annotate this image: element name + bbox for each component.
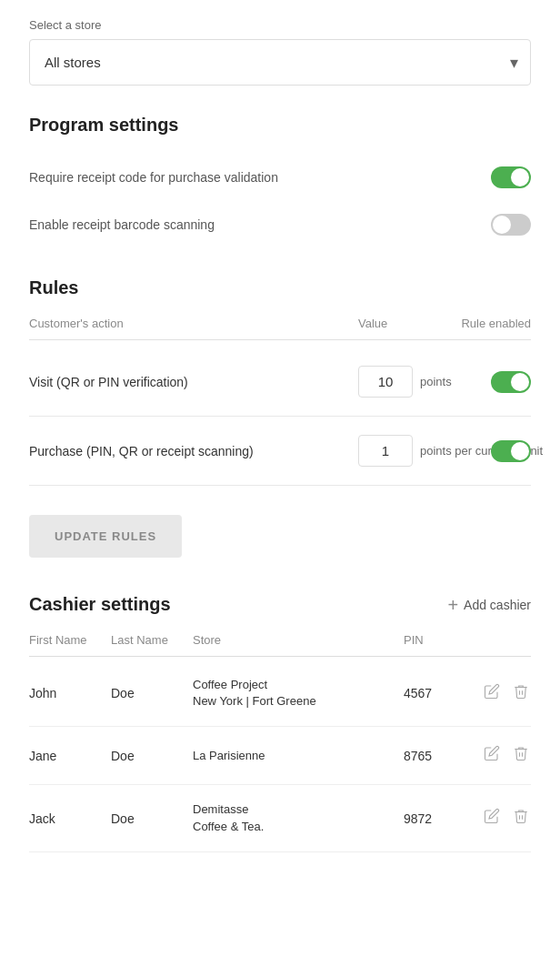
rule-input-purchase[interactable]	[358, 435, 413, 467]
rule-action-purchase: Purchase (PIN, QR or receipt scanning)	[29, 444, 358, 458]
add-cashier-button[interactable]: + Add cashier	[447, 596, 531, 614]
cashier-table-header: First Name Last Name Store PIN	[29, 633, 531, 657]
update-rules-button[interactable]: UPDATE RULES	[29, 515, 182, 558]
cashier-settings-section: Cashier settings + Add cashier First Nam…	[29, 594, 531, 852]
setting-row-receipt-code: Require receipt code for purchase valida…	[29, 154, 531, 201]
cashier-pin-2: 8765	[404, 749, 467, 763]
cashier-store-1: Coffee Project New York | Fort Greene	[193, 677, 404, 710]
cashier-col-last-name: Last Name	[111, 633, 193, 647]
store-label: Select a store	[29, 18, 531, 32]
cashier-ln-1: Doe	[111, 686, 193, 700]
toggle-slider-receipt-code	[491, 166, 531, 188]
cashier-settings-title: Cashier settings	[29, 594, 171, 615]
rules-col-action: Customer's action	[29, 317, 358, 330]
setting-row-barcode: Enable receipt barcode scanning	[29, 201, 531, 248]
edit-icon-3	[484, 808, 500, 824]
cashier-delete-button-3[interactable]	[511, 806, 531, 831]
rule-enabled-purchase	[449, 440, 531, 462]
edit-icon-2	[484, 745, 500, 761]
toggle-rule-purchase[interactable]	[491, 440, 531, 462]
rule-enabled-visit	[449, 371, 531, 393]
store-select-wrapper: All stores Coffee Project New York | For…	[29, 39, 531, 86]
plus-icon: +	[447, 596, 458, 614]
cashier-row-1: John Doe Coffee Project New York | Fort …	[29, 660, 531, 727]
rules-table-header: Customer's action Value Rule enabled	[29, 317, 531, 340]
rules-section: Rules Customer's action Value Rule enabl…	[29, 277, 531, 486]
toggle-slider-barcode	[491, 214, 531, 236]
cashier-edit-button-1[interactable]	[482, 681, 502, 706]
cashier-actions-2	[467, 743, 531, 768]
rule-row-purchase: Purchase (PIN, QR or receipt scanning) p…	[29, 417, 531, 486]
toggle-rule-visit[interactable]	[491, 371, 531, 393]
rule-unit-visit: points	[420, 375, 452, 388]
cashier-actions-3	[467, 806, 531, 831]
rule-row-visit: Visit (QR or PIN verification) points	[29, 347, 531, 417]
toggle-barcode[interactable]	[491, 214, 531, 236]
program-settings-title: Program settings	[29, 115, 531, 136]
cashier-pin-3: 9872	[404, 811, 467, 826]
toggle-slider-purchase	[491, 440, 531, 462]
cashier-row-2: Jane Doe La Parisienne 8765	[29, 727, 531, 785]
cashier-delete-button-1[interactable]	[511, 681, 531, 706]
cashier-row-3: Jack Doe Demitasse Coffee & Tea. 9872	[29, 785, 531, 851]
cashier-edit-button-2[interactable]	[482, 743, 502, 768]
cashier-col-first-name: First Name	[29, 633, 111, 647]
setting-label-receipt-code: Require receipt code for purchase valida…	[29, 170, 278, 185]
cashier-delete-button-2[interactable]	[511, 743, 531, 768]
toggle-receipt-code[interactable]	[491, 166, 531, 188]
program-settings-section: Program settings Require receipt code fo…	[29, 115, 531, 248]
cashier-fn-3: Jack	[29, 811, 111, 826]
cashier-store-3: Demitasse Coffee & Tea.	[193, 801, 404, 834]
trash-icon-3	[513, 808, 529, 824]
store-select[interactable]: All stores Coffee Project New York | For…	[29, 39, 531, 86]
rule-input-visit[interactable]	[358, 366, 413, 398]
cashier-ln-2: Doe	[111, 749, 193, 763]
cashier-store-2: La Parisienne	[193, 748, 404, 764]
trash-icon-1	[513, 683, 529, 700]
cashier-actions-1	[467, 681, 531, 706]
cashier-ln-3: Doe	[111, 811, 193, 826]
setting-label-barcode: Enable receipt barcode scanning	[29, 217, 215, 232]
cashier-fn-1: John	[29, 686, 111, 700]
rule-value-visit-wrapper: points	[358, 366, 449, 398]
cashier-edit-button-3[interactable]	[482, 806, 502, 831]
cashier-col-store: Store	[193, 633, 404, 647]
rules-title: Rules	[29, 277, 531, 298]
cashier-fn-2: Jane	[29, 749, 111, 763]
cashier-header-row: Cashier settings + Add cashier	[29, 594, 531, 615]
edit-icon-1	[484, 683, 500, 700]
rule-value-purchase-wrapper: points per currency unit	[358, 435, 449, 467]
toggle-slider-visit	[491, 371, 531, 393]
cashier-col-pin: PIN	[404, 633, 467, 647]
add-cashier-label: Add cashier	[464, 598, 531, 612]
cashier-col-actions	[467, 633, 531, 647]
rules-col-enabled: Rule enabled	[449, 317, 531, 330]
rules-col-value: Value	[358, 317, 449, 330]
cashier-pin-1: 4567	[404, 686, 467, 700]
trash-icon-2	[513, 745, 529, 761]
rule-action-visit: Visit (QR or PIN verification)	[29, 375, 358, 389]
